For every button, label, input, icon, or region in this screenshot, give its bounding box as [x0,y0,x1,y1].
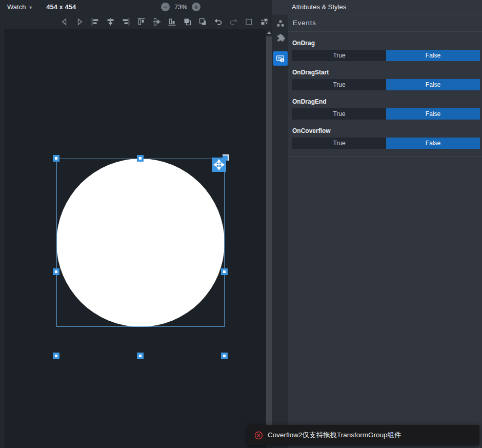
device-selector[interactable]: Watch [7,3,26,11]
prev-button[interactable] [59,17,69,26]
events-section-title: Events [288,14,482,32]
undo-icon [214,17,223,26]
hierarchy-tab[interactable] [275,18,286,29]
event-label: OnDrag [292,40,480,47]
resize-handle-bottom-left[interactable] [53,353,59,359]
canvas-size-label: 454 x 454 [46,3,76,11]
align-top-button[interactable] [136,17,146,26]
ondragstart-true-button[interactable]: True [292,79,386,90]
canvas-left-edge [0,29,4,448]
oncoverflow-false-button[interactable]: False [386,138,480,149]
plugin-tab[interactable] [275,33,286,43]
align-top-icon [137,17,146,26]
ondrag-toggle: True False [292,50,480,61]
hierarchy-icon [276,19,285,28]
play-icon [75,17,84,26]
event-row-ondragstart: OnDragStart True False [292,69,480,90]
send-backward-icon [198,17,207,26]
align-right-button[interactable] [121,17,130,26]
align-bottom-icon [168,17,176,26]
attributes-panel: Attributes & Styles Events [272,0,482,448]
bring-forward-icon [183,17,192,26]
scroll-up-arrow-icon[interactable] [267,31,271,34]
event-label: OnCoverflow [292,127,480,134]
ondragstart-toggle: True False [292,79,480,90]
canvas-vertical-scrollbar[interactable] [266,29,272,448]
zoom-in-button[interactable]: + [192,3,200,11]
ondrag-false-button[interactable]: False [386,50,480,61]
ondragend-true-button[interactable]: True [292,108,386,120]
resize-handle-top-right[interactable] [223,154,229,161]
oncoverflow-true-button[interactable]: True [292,138,386,149]
ondragstart-false-button[interactable]: False [386,79,480,90]
resize-handle-bottom-center[interactable] [137,353,144,359]
events-list: OnDrag True False OnDragStart True False… [288,40,482,157]
align-center-horizontal-button[interactable] [106,17,115,26]
event-row-ondragend: OnDragEnd True False [292,98,480,120]
marquee-button[interactable] [244,17,253,26]
design-canvas[interactable] [0,29,266,448]
marquee-icon [245,17,253,26]
transform-swap-icon [260,17,269,26]
undo-button[interactable] [213,17,223,26]
bring-forward-button[interactable] [183,17,192,26]
error-circle-x-icon [254,431,263,440]
event-label: OnDragStart [292,69,480,76]
attributes-tab-active[interactable] [273,51,288,66]
topbar: Watch ▼ 454 x 454 − 73% + [0,0,272,14]
oncoverflow-toggle: True False [292,138,480,149]
panel-content: Events OnDrag True False OnDragStart Tru… [288,14,482,448]
scrollbar-thumb[interactable] [266,36,272,436]
align-center-horizontal-icon [106,17,115,26]
toast-message: Coverflow2仅支持拖拽TransformGroup组件 [268,431,401,440]
align-right-icon [122,17,130,26]
resize-handle-middle-left[interactable] [53,268,59,275]
error-toast: Coverflow2仅支持拖拽TransformGroup组件 [248,425,479,445]
align-bottom-button[interactable] [167,17,176,26]
send-backward-button[interactable] [198,17,207,26]
event-row-oncoverflow: OnCoverflow True False [292,127,480,149]
ondragend-toggle: True False [292,108,480,120]
resize-handle-middle-right[interactable] [221,268,228,275]
plugin-puzzle-icon [276,33,285,43]
selection-bounding-box [56,159,225,327]
panel-icon-strip [272,14,288,448]
zoom-level-label: 73% [174,4,187,11]
resize-handle-top-left[interactable] [53,155,59,162]
zoom-controls: − 73% + [161,0,200,14]
ondrag-true-button[interactable]: True [292,50,386,61]
play-button[interactable] [75,17,84,26]
ondragend-false-button[interactable]: False [386,108,480,120]
chevron-down-icon[interactable]: ▼ [28,5,33,10]
align-left-icon [91,17,99,26]
event-row-ondrag: OnDrag True False [292,40,480,61]
redo-button[interactable] [229,17,238,26]
panel-title: Attributes & Styles [272,0,482,14]
toolbar [0,14,272,29]
resize-handle-bottom-right[interactable] [221,353,228,359]
zoom-out-button[interactable]: − [161,3,170,11]
transform-swap-button[interactable] [259,17,269,26]
redo-icon [229,17,238,26]
align-middle-vertical-button[interactable] [152,17,161,26]
prev-icon [60,17,69,26]
align-left-button[interactable] [90,17,99,26]
resize-handle-top-center[interactable] [137,155,144,162]
align-middle-vertical-icon [152,17,161,26]
event-label: OnDragEnd [292,98,480,105]
attributes-info-icon [276,54,285,63]
